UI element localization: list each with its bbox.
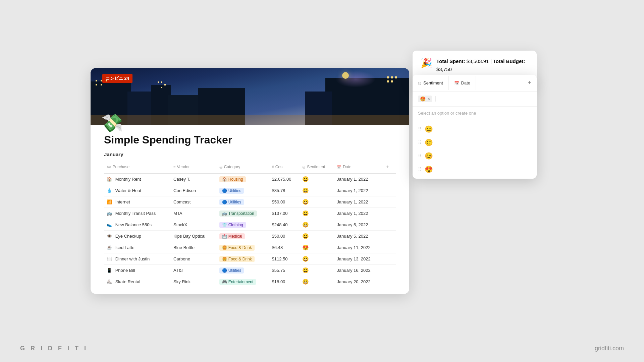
col-date: 📅Date [334, 161, 382, 174]
vendor-cell: StockX [171, 219, 217, 231]
cost-cell: $55.75 [269, 265, 300, 276]
col-sentiment: ◎Sentiment [300, 161, 334, 174]
drag-handle: ⠿ [418, 140, 421, 145]
purchase-cell: 🚌 Monthly Transit Pass [104, 208, 171, 219]
date-cell: January 1, 2022 [334, 185, 382, 196]
date-cell: January 16, 2022 [334, 265, 382, 276]
category-badge: 🔵 Utilities [219, 188, 244, 194]
purchase-name: Dinner with Justin [115, 256, 150, 261]
category-cell: 🏠 Housing [217, 174, 269, 185]
dropdown-search[interactable]: 🤩 × [413, 92, 537, 107]
add-column-button[interactable]: + [382, 161, 396, 174]
col-category: ◎Category [217, 161, 269, 174]
budget-emoji: 🎉 [421, 57, 432, 68]
purchase-icon: 📱 [107, 268, 112, 273]
add-tab-button[interactable]: + [522, 75, 537, 91]
calendar-tab-icon: 📅 [454, 81, 459, 85]
sentiment-emoji: 😀 [302, 176, 309, 182]
category-icon: 🎮 [222, 280, 227, 284]
purchase-cell: ☕ Iced Latte [104, 242, 171, 253]
purchase-cell: 📶 Internet [104, 196, 171, 208]
table-header: AaPurchase ≡Vendor ◎Category #Cost [104, 161, 396, 174]
purchase-cell: 💧 Water & Heat [104, 185, 171, 196]
search-cursor [435, 96, 435, 102]
category-cell: 🔵 Utilities [217, 196, 269, 208]
sentiment-emoji: 😀 [302, 188, 309, 193]
table-row[interactable]: 🚌 Monthly Transit Pass MTA 🚌 Transportat… [104, 208, 396, 219]
category-badge: 🍔 Food & Drink [219, 245, 255, 251]
purchase-name: Monthly Rent [115, 177, 141, 182]
date-cell: January 20, 2022 [334, 276, 382, 288]
category-icon: 🔵 [222, 268, 227, 273]
dropdown-hint: Select an option or create one [413, 107, 537, 120]
drag-handle: ⠿ [418, 126, 421, 132]
empty-cell [382, 231, 396, 242]
vendor-cell: Con Edison [171, 185, 217, 196]
sentiment-emoji: 😀 [302, 256, 309, 262]
page-title: Simple Spending Tracker [104, 134, 396, 146]
date-cell: January 5, 2022 [334, 231, 382, 242]
category-badge: 🍔 Food & Drink [219, 256, 255, 262]
branding-right: gridfiti.com [595, 345, 624, 352]
category-cell: 👕 Clothing [217, 219, 269, 231]
tab-sentiment[interactable]: ◎ Sentiment [413, 76, 449, 90]
table-row[interactable]: 🍽️ Dinner with Justin Carbone 🍔 Food & D… [104, 253, 396, 265]
category-icon: 👕 [222, 223, 227, 227]
vendor-cell: MTA [171, 208, 217, 219]
empty-cell [382, 276, 396, 288]
empty-cell [382, 174, 396, 185]
category-icon: 🔵 [222, 200, 227, 204]
dropdown-option[interactable]: ⠿ 😐 [413, 122, 537, 136]
dropdown-options: ⠿ 😐 ⠿ 🙂 ⠿ 😊 ⠿ 😍 [413, 120, 537, 179]
table-row[interactable]: 📱 Phone Bill AT&T 🔵 Utilities $55.75 😀 J… [104, 265, 396, 276]
tab-date[interactable]: 📅 Date [449, 76, 476, 90]
category-cell: 🔵 Utilities [217, 185, 269, 196]
purchase-icon: 💧 [107, 188, 112, 193]
cost-cell: $6.48 [269, 242, 300, 253]
cost-cell: $2,675.00 [269, 174, 300, 185]
spending-table: AaPurchase ≡Vendor ◎Category #Cost [104, 161, 396, 287]
category-badge: 🚌 Transportation [219, 210, 257, 217]
category-cell: 🚌 Transportation [217, 208, 269, 219]
table-row[interactable]: 👁️ Eye Checkup Kips Bay Optical 🏥 Medica… [104, 231, 396, 242]
sentiment-cell: 😍 [300, 242, 334, 253]
dropdown-option[interactable]: ⠿ 😊 [413, 149, 537, 163]
banner: コンビニ 24 [91, 68, 409, 125]
empty-cell [382, 196, 396, 208]
purchase-name: Skate Rental [115, 279, 140, 284]
sentiment-dropdown[interactable]: ◎ Sentiment 📅 Date + 🤩 × Select an optio… [413, 75, 537, 179]
sentiment-cell: 😀 [300, 253, 334, 265]
drag-handle: ⠿ [418, 153, 421, 159]
sentiment-cell: 😀 [300, 185, 334, 196]
category-badge: 🎮 Entertainment [219, 279, 256, 285]
purchase-icon: 🍽️ [107, 256, 112, 261]
cost-cell: $112.50 [269, 253, 300, 265]
sentiment-cell: 😀 [300, 208, 334, 219]
purchase-name: Monthly Transit Pass [115, 211, 156, 216]
vendor-cell: Carbone [171, 253, 217, 265]
vendor-cell: Comcast [171, 196, 217, 208]
dropdown-option[interactable]: ⠿ 🙂 [413, 136, 537, 149]
table-row[interactable]: 🏠 Monthly Rent Casey T. 🏠 Housing $2,675… [104, 174, 396, 185]
tag-remove-button[interactable]: × [428, 97, 430, 101]
category-cell: 🔵 Utilities [217, 265, 269, 276]
sentiment-cell: 😀 [300, 196, 334, 208]
sentiment-emoji: 😀 [302, 222, 309, 228]
purchase-icon: 🏠 [107, 177, 112, 182]
sentiment-emoji: 😀 [302, 267, 309, 273]
sentiment-cell: 😀 [300, 276, 334, 288]
table-row[interactable]: 💧 Water & Heat Con Edison 🔵 Utilities $8… [104, 185, 396, 196]
category-icon: 🚌 [222, 211, 227, 216]
dropdown-option[interactable]: ⠿ 😍 [413, 163, 537, 176]
option-emoji: 😍 [425, 165, 433, 173]
drag-handle: ⠿ [418, 167, 421, 172]
table-row[interactable]: 👟 New Balance 550s StockX 👕 Clothing $24… [104, 219, 396, 231]
table-row[interactable]: ☕ Iced Latte Blue Bottle 🍔 Food & Drink … [104, 242, 396, 253]
branding-left: G R I D F I T I [20, 345, 88, 352]
purchase-icon: 📶 [107, 199, 112, 204]
category-badge: 👕 Clothing [219, 222, 246, 228]
table-row[interactable]: 📶 Internet Comcast 🔵 Utilities $50.00 😀 … [104, 196, 396, 208]
category-badge: 🔵 Utilities [219, 199, 244, 205]
table-row[interactable]: ⛸️ Skate Rental Sky Rink 🎮 Entertainment… [104, 276, 396, 288]
purchase-cell: 👟 New Balance 550s [104, 219, 171, 231]
